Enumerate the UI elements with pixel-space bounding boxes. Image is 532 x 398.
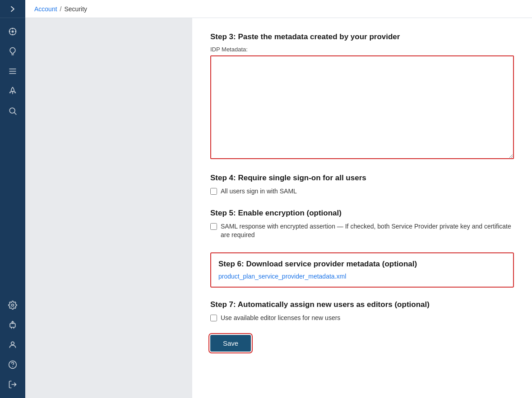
sidebar-bottom xyxy=(0,295,25,398)
step5-checkbox-row: SAML response with encrypted assertion —… xyxy=(210,222,514,240)
save-button[interactable]: Save xyxy=(210,335,251,352)
step3-title: Step 3: Paste the metadata created by yo… xyxy=(210,32,514,41)
step4-section: Step 4: Require single sign-on for all u… xyxy=(210,174,514,196)
sidebar-toggle[interactable] xyxy=(0,0,25,18)
right-panel: Step 3: Paste the metadata created by yo… xyxy=(192,18,532,398)
step7-title: Step 7: Automatically assign new users a… xyxy=(210,300,514,309)
breadcrumb-separator: / xyxy=(60,5,62,13)
svg-line-12 xyxy=(14,113,17,115)
svg-point-17 xyxy=(11,342,14,345)
user-icon[interactable] xyxy=(0,335,25,355)
step4-title: Step 4: Require single sign-on for all u… xyxy=(210,174,514,183)
metadata-download-link[interactable]: product_plan_service_provider_metadata.x… xyxy=(218,273,346,280)
step6-title: Step 6: Download service provider metada… xyxy=(218,260,506,269)
breadcrumb-current: Security xyxy=(64,5,87,13)
svg-point-13 xyxy=(12,304,14,307)
dashboard-icon[interactable] xyxy=(0,22,25,41)
save-section: Save xyxy=(210,335,514,352)
editor-license-checkbox[interactable] xyxy=(210,315,217,321)
svg-point-19 xyxy=(12,366,13,367)
content-layout: Step 3: Paste the metadata created by yo… xyxy=(25,18,532,398)
sidebar xyxy=(0,0,25,398)
breadcrumb-account[interactable]: Account xyxy=(34,5,57,13)
step7-checkbox-row: Use available editor licenses for new us… xyxy=(210,314,514,323)
idp-metadata-textarea[interactable] xyxy=(210,55,514,159)
header: Account / Security xyxy=(25,0,532,18)
saml-signin-checkbox[interactable] xyxy=(210,188,217,195)
step6-box: Step 6: Download service provider metada… xyxy=(210,252,514,288)
saml-signin-label: All users sign in with SAML xyxy=(221,187,297,196)
encrypted-assertion-checkbox[interactable] xyxy=(210,223,217,230)
lightbulb-icon[interactable] xyxy=(0,41,25,61)
menu-icon[interactable] xyxy=(0,61,25,81)
svg-point-1 xyxy=(12,31,14,33)
step7-section: Step 7: Automatically assign new users a… xyxy=(210,300,514,323)
plugin-icon[interactable] xyxy=(0,315,25,335)
svg-point-11 xyxy=(9,108,15,113)
step5-title: Step 5: Enable encryption (optional) xyxy=(210,209,514,218)
editor-license-label: Use available editor licenses for new us… xyxy=(221,314,340,323)
svg-rect-14 xyxy=(10,324,15,327)
settings-icon[interactable] xyxy=(0,295,25,315)
help-icon[interactable] xyxy=(0,355,25,375)
idp-metadata-label: IDP Metadata: xyxy=(210,46,514,53)
step3-section: Step 3: Paste the metadata created by yo… xyxy=(210,32,514,161)
encrypted-assertion-label: SAML response with encrypted assertion —… xyxy=(221,222,514,240)
search-icon[interactable] xyxy=(0,101,25,121)
main-wrapper: Account / Security Step 3: Paste the met… xyxy=(25,0,532,398)
left-panel xyxy=(25,18,192,398)
step4-checkbox-row: All users sign in with SAML xyxy=(210,187,514,196)
step5-section: Step 5: Enable encryption (optional) SAM… xyxy=(210,209,514,240)
logout-icon[interactable] xyxy=(0,375,25,394)
rocket-icon[interactable] xyxy=(0,81,25,101)
